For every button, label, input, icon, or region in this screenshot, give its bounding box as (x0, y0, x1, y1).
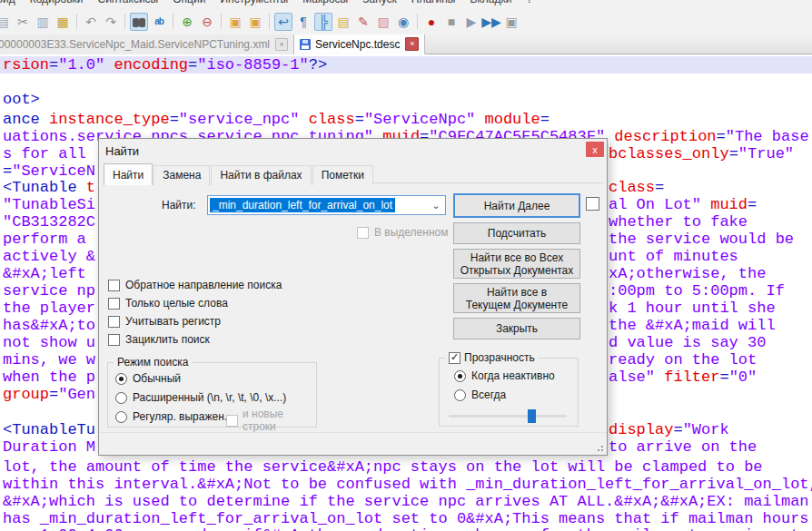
find-icon[interactable] (130, 13, 148, 31)
slider-track[interactable] (449, 415, 567, 418)
macro-record-icon[interactable]: ● (422, 13, 441, 31)
checkbox[interactable] (108, 316, 120, 328)
in-selection-checkbox[interactable]: В выделенном (357, 226, 448, 239)
find-all-current-doc-button[interactable]: Найти все в Текущем Документе (453, 283, 580, 313)
function-list-icon[interactable]: ✎ (354, 13, 372, 31)
unlabeled-checkbox[interactable] (586, 197, 599, 211)
code-segment: the player (3, 300, 95, 317)
option-checkbox[interactable]: Только целые слова (108, 297, 282, 310)
code-line: are 1:00-4:00pm everyday, if&#xA;the ran… (0, 526, 812, 531)
menu-item[interactable]: Вид (0, 0, 23, 7)
radio-button[interactable] (115, 392, 127, 404)
replace-icon[interactable]: ab (150, 13, 168, 31)
newline-checkbox[interactable]: и новые строки (226, 408, 316, 433)
option-checkbox[interactable]: Учитывать регистр (108, 315, 282, 328)
checkbox[interactable] (357, 227, 369, 239)
code-segment: xA;otherwise, the (609, 265, 766, 282)
word-wrap-icon: ↩ (278, 15, 289, 29)
show-all-chars-icon[interactable]: ¶ (294, 13, 312, 31)
sync-vertical-scroll-icon[interactable]: ▣ (226, 13, 244, 31)
code-segment: = (540, 111, 550, 128)
menu-item[interactable]: Плагины (404, 0, 463, 7)
macro-play-icon[interactable]: ▶ (462, 13, 480, 31)
dialog-tab[interactable]: Найти (104, 163, 153, 185)
option-checkbox[interactable]: Обратное направление поиска (108, 279, 282, 291)
checkbox[interactable] (226, 415, 238, 427)
code-segment: not show u (3, 334, 95, 351)
cut-icon[interactable]: ✂ (14, 13, 32, 31)
radio-option[interactable]: Когда неактивно (454, 369, 555, 382)
transparency-checkbox[interactable] (449, 352, 460, 364)
redo-icon[interactable]: ↷ (102, 13, 120, 31)
menu-item[interactable]: Кодировки (23, 0, 91, 7)
code-segment: encoding (114, 56, 188, 74)
menu-item[interactable]: Вкладки (462, 0, 519, 7)
tab-close-icon[interactable]: × (405, 37, 419, 51)
search-input-value: _min_duration_left_for_arrival_on_lot (210, 198, 395, 212)
radio-button[interactable] (115, 373, 127, 385)
menu-item[interactable]: ? (519, 0, 540, 7)
radio-label: Когда неактивно (471, 369, 555, 382)
paste-icon[interactable]: ▦ (54, 13, 72, 31)
copy-icon[interactable]: ▥ (34, 13, 52, 31)
code-segment: lot, the amount of time the service&#xA;… (3, 458, 763, 476)
print-icon[interactable]: ▤ (0, 13, 12, 31)
checkbox-label: В выделенном (374, 226, 448, 239)
find-next-button[interactable]: Найти Далее (453, 193, 580, 218)
document-tab-active[interactable]: ServiceNpc.tdesc × (294, 34, 425, 54)
transparency-slider[interactable] (449, 409, 567, 423)
chevron-down-icon[interactable]: ⌄ (428, 196, 444, 214)
code-segment: the &#xA;maid will (609, 317, 776, 334)
dialog-tab[interactable]: Замена (153, 165, 210, 185)
find-all-open-docs-button[interactable]: Найти все во Всех Открытых Документах (453, 249, 580, 279)
document-tab-inactive[interactable]: 00000003E33.ServiceNpc_Maid.ServiceNPCTu… (0, 34, 294, 54)
radio-button[interactable] (115, 411, 127, 423)
radio-button[interactable] (454, 389, 466, 401)
option-checkbox[interactable]: Зациклить поиск (108, 333, 282, 346)
transparency-slider-thumb[interactable] (528, 409, 536, 423)
macro-stop-icon[interactable]: ■ (442, 13, 460, 31)
undo-icon: ↶ (85, 15, 96, 29)
monitor-eye-icon: ◉ (398, 15, 409, 29)
word-wrap-icon[interactable]: ↩ (274, 13, 292, 31)
radio-option[interactable]: Обычный (115, 372, 286, 385)
checkbox[interactable] (108, 298, 120, 310)
sync-horizontal-scroll-icon[interactable]: ▣ (246, 13, 264, 31)
count-button[interactable]: Подсчитать (453, 222, 580, 244)
code-segment: al On Lot" (609, 196, 710, 213)
folder-as-workspace-icon[interactable]: ▨ (374, 13, 392, 31)
radio-option[interactable]: Всегда (454, 388, 555, 401)
dialog-tab[interactable]: Пометки (312, 165, 373, 185)
print-icon: ▤ (0, 15, 9, 29)
search-input[interactable]: _min_duration_left_for_arrival_on_lot ⌄ (207, 195, 446, 215)
resize-grip-icon[interactable] (594, 442, 603, 451)
dialog-tab[interactable]: Найти в файлах (211, 165, 311, 185)
indent-guide-icon[interactable]: ╠ (314, 13, 332, 31)
find-options: Обратное направление поискаТолько целые … (108, 279, 282, 346)
indent-guide-icon: ╠ (319, 15, 328, 29)
macro-save-icon[interactable]: ▣ (502, 13, 520, 31)
menu-item[interactable]: Синтаксисы (91, 0, 166, 7)
menu-item[interactable]: Запуск (355, 0, 404, 7)
code-segment: "True" (738, 145, 794, 162)
menu-item[interactable]: Опции (165, 0, 213, 7)
macro-save-icon: ▣ (505, 15, 517, 29)
redo-icon: ↷ (105, 15, 116, 29)
doc-map-icon[interactable]: ▤ (334, 13, 352, 31)
dialog-close-icon[interactable]: x (586, 142, 604, 157)
menu-item[interactable]: Макросы (295, 0, 355, 7)
macro-run-multiple-icon[interactable]: ▶▶ (482, 13, 500, 31)
undo-icon[interactable]: ↶ (82, 13, 100, 31)
checkbox[interactable] (108, 280, 120, 291)
tab-close-icon[interactable]: × (275, 38, 288, 51)
zoom-in-icon[interactable]: ⊕ (178, 13, 196, 31)
checkbox[interactable] (108, 334, 120, 346)
code-segment: class (309, 111, 355, 128)
radio-button[interactable] (454, 370, 466, 382)
close-button[interactable]: Закрыть (453, 318, 580, 339)
monitor-eye-icon[interactable]: ◉ (394, 13, 412, 31)
menu-item[interactable]: Инструменты (213, 0, 295, 7)
zoom-out-icon[interactable]: ⊖ (198, 13, 216, 31)
code-segment: are 1:00-4:00pm everyday, if&#xA;the ran… (3, 526, 799, 531)
radio-option[interactable]: Расширенный (\n, \r, \t, \0, \x...) (115, 391, 286, 404)
